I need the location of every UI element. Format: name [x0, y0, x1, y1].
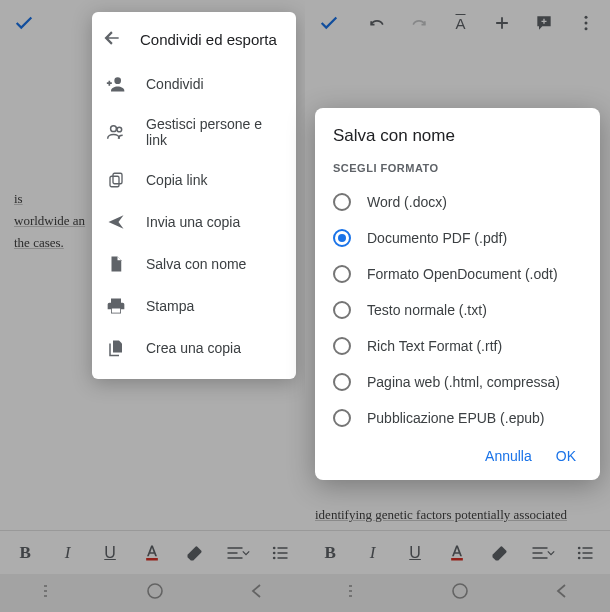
menu-item-label: Condividi	[146, 76, 204, 92]
menu-item-send-copy[interactable]: Invia una copia	[92, 201, 296, 243]
radio-icon	[333, 337, 351, 355]
svg-rect-9	[110, 176, 119, 187]
option-label: Testo normale (.txt)	[367, 302, 487, 318]
radio-icon	[333, 229, 351, 247]
option-label: Pubblicazione EPUB (.epub)	[367, 410, 544, 426]
format-option-pdf[interactable]: Documento PDF (.pdf)	[333, 220, 582, 256]
radio-icon	[333, 301, 351, 319]
send-icon	[106, 212, 126, 232]
svg-rect-10	[112, 309, 120, 313]
print-icon	[106, 296, 126, 316]
svg-point-7	[117, 127, 122, 132]
menu-item-label: Invia una copia	[146, 214, 240, 230]
svg-point-5	[114, 77, 121, 84]
menu-item-manage[interactable]: Gestisci persone e link	[92, 105, 296, 159]
format-option-odt[interactable]: Formato OpenDocument (.odt)	[333, 256, 582, 292]
menu-item-copy-link[interactable]: Copia link	[92, 159, 296, 201]
option-label: Pagina web (.html, compressa)	[367, 374, 560, 390]
menu-item-make-copy[interactable]: Crea una copia	[92, 327, 296, 369]
svg-rect-8	[113, 173, 122, 184]
menu-item-label: Crea una copia	[146, 340, 241, 356]
menu-item-label: Copia link	[146, 172, 207, 188]
menu-item-label: Gestisci persone e link	[146, 116, 282, 148]
option-label: Rich Text Format (.rtf)	[367, 338, 502, 354]
radio-icon	[333, 193, 351, 211]
menu-item-label: Stampa	[146, 298, 194, 314]
right-pane: A CHAPTER 6 identifying genetic factors …	[305, 0, 610, 612]
dialog-subtitle: SCEGLI FORMATO	[333, 162, 582, 174]
menu-item-label: Salva con nome	[146, 256, 246, 272]
option-label: Word (.docx)	[367, 194, 447, 210]
radio-icon	[333, 373, 351, 391]
menu-item-share[interactable]: Condividi	[92, 63, 296, 105]
format-option-epub[interactable]: Pubblicazione EPUB (.epub)	[333, 400, 582, 436]
radio-icon	[333, 265, 351, 283]
people-icon	[106, 122, 126, 142]
share-export-menu: Condividi ed esporta Condividi Gestisci …	[92, 12, 296, 379]
back-icon[interactable]	[102, 28, 122, 51]
menu-item-save-as[interactable]: Salva con nome	[92, 243, 296, 285]
left-pane: is worldwide an the cases. B I U C	[0, 0, 305, 612]
option-label: Formato OpenDocument (.odt)	[367, 266, 558, 282]
save-as-dialog: Salva con nome SCEGLI FORMATO Word (.doc…	[315, 108, 600, 480]
radio-icon	[333, 409, 351, 427]
format-option-rtf[interactable]: Rich Text Format (.rtf)	[333, 328, 582, 364]
option-label: Documento PDF (.pdf)	[367, 230, 507, 246]
copy-link-icon	[106, 170, 126, 190]
menu-title: Condividi ed esporta	[140, 31, 277, 48]
duplicate-icon	[106, 338, 126, 358]
menu-item-print[interactable]: Stampa	[92, 285, 296, 327]
person-add-icon	[106, 74, 126, 94]
cancel-button[interactable]: Annulla	[485, 448, 532, 464]
format-option-html[interactable]: Pagina web (.html, compressa)	[333, 364, 582, 400]
dialog-title: Salva con nome	[333, 126, 582, 146]
format-option-txt[interactable]: Testo normale (.txt)	[333, 292, 582, 328]
ok-button[interactable]: OK	[556, 448, 576, 464]
file-icon	[106, 254, 126, 274]
format-option-docx[interactable]: Word (.docx)	[333, 184, 582, 220]
svg-point-6	[111, 126, 117, 132]
